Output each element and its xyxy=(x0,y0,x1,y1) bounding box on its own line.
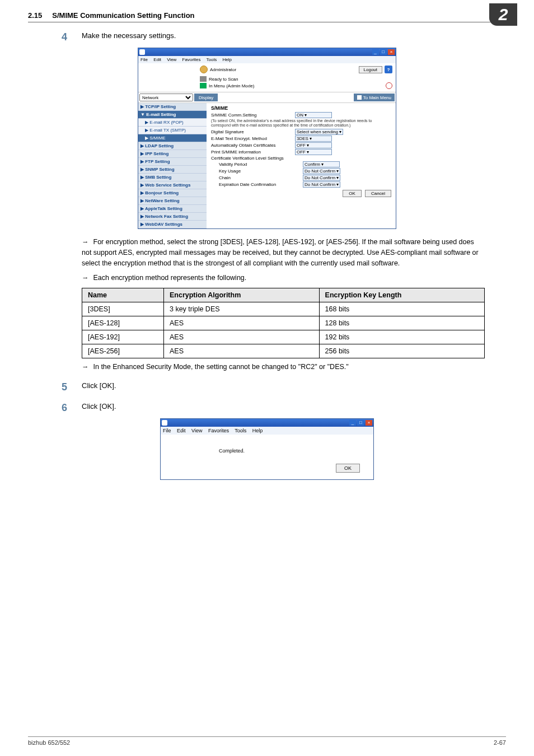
field-select[interactable]: OFF ▾ xyxy=(295,142,332,148)
table-row: [AES-256]AES256 bits xyxy=(82,344,485,358)
menu-view[interactable]: View xyxy=(191,428,202,433)
sidebar-item[interactable]: ▶ FTP Setting xyxy=(138,158,207,166)
menu-edit[interactable]: Edit xyxy=(177,428,186,433)
table-cell: 128 bits xyxy=(319,316,484,330)
sidebar-item[interactable]: ▶ AppleTalk Setting xyxy=(138,205,207,213)
step-number: 5 xyxy=(62,381,82,393)
field-label: Key Usage xyxy=(211,169,303,174)
table-cell: 256 bits xyxy=(319,344,484,358)
status-area: Ready to Scan In Menu (Admin Mode) xyxy=(138,76,396,92)
minimize-icon[interactable]: _ xyxy=(349,420,356,426)
menu-help[interactable]: Help xyxy=(252,428,263,433)
table-cell: [AES-192] xyxy=(82,330,164,344)
table-cell: AES xyxy=(163,330,319,344)
field-select[interactable]: Select when sending ▾ xyxy=(295,129,343,135)
menu-tools[interactable]: Tools xyxy=(207,57,217,62)
field-select[interactable]: Do Not Confirm ▾ xyxy=(303,168,340,174)
step-text: Click [OK]. xyxy=(82,402,506,414)
page-footer: bizhub 652/552 2-67 xyxy=(28,736,506,746)
field-label: Certificate Verification Level Settings xyxy=(211,156,295,161)
section-header: 2.15 S/MIME Communication Setting Functi… xyxy=(28,11,506,22)
sidebar-item[interactable]: ▶ S/MIME xyxy=(138,134,207,142)
table-cell: [3DES] xyxy=(82,302,164,316)
sidebar-item[interactable]: ▶ TCP/IP Setting xyxy=(138,103,207,111)
menu-help[interactable]: Help xyxy=(223,57,232,62)
help-icon[interactable]: ? xyxy=(385,66,392,73)
sidebar-item[interactable]: ▶ SNMP Setting xyxy=(138,166,207,174)
field-select[interactable]: ON ▾ xyxy=(295,112,332,118)
section-title: S/MIME Communication Setting Function xyxy=(52,11,194,20)
menu-tools[interactable]: Tools xyxy=(235,428,246,433)
table-cell: AES xyxy=(163,344,319,358)
logout-button[interactable]: Logout xyxy=(359,66,382,73)
content-panel: S/MIME S/MIME Comm.SettingON ▾(To select… xyxy=(207,103,396,228)
titlebar: _ □ × xyxy=(161,419,373,427)
minimize-icon[interactable]: _ xyxy=(372,49,379,55)
sidebar: ▶ TCP/IP Setting▼ E-mail Setting▶ E-mail… xyxy=(138,103,207,228)
menu-view[interactable]: View xyxy=(167,57,176,62)
display-button[interactable]: Display xyxy=(194,94,218,101)
ok-button[interactable]: OK xyxy=(343,190,362,197)
field-select[interactable]: Confirm ▾ xyxy=(303,161,340,167)
field-row: S/MIME Comm.SettingON ▾ xyxy=(211,112,391,118)
field-label: E-Mail Text Encrypt. Method xyxy=(211,136,295,141)
table-cell: 192 bits xyxy=(319,330,484,344)
close-icon[interactable]: × xyxy=(366,420,372,426)
app-icon xyxy=(139,49,145,55)
sidebar-item[interactable]: ▶ E-mail TX (SMTP) xyxy=(138,127,207,134)
completed-window: _ □ × File Edit View Favorites Tools Hel… xyxy=(160,418,374,480)
ok-button[interactable]: OK xyxy=(336,464,360,473)
step-4: 4 Make the necessary settings. xyxy=(62,31,506,43)
field-select[interactable]: Do Not Confirm ▾ xyxy=(303,175,340,181)
maximize-icon[interactable]: □ xyxy=(357,420,364,426)
bullet-arrow-icon xyxy=(82,238,93,246)
step-5: 5 Click [OK]. xyxy=(62,381,506,393)
menu-edit[interactable]: Edit xyxy=(153,57,161,62)
bullet-arrow-icon xyxy=(82,274,93,282)
menu-favorites[interactable]: Favorites xyxy=(208,428,229,433)
field-select[interactable]: 3DES ▾ xyxy=(295,136,332,142)
encryption-table: Name Encryption Algorithm Encryption Key… xyxy=(82,288,485,358)
refresh-icon[interactable] xyxy=(386,82,392,89)
sidebar-item[interactable]: ▶ NetWare Setting xyxy=(138,197,207,205)
maximize-icon[interactable]: □ xyxy=(380,49,387,55)
panel-heading: S/MIME xyxy=(211,105,391,111)
field-select[interactable]: OFF ▾ xyxy=(295,149,332,155)
section-select[interactable]: Network xyxy=(139,94,193,101)
printer-icon xyxy=(200,76,207,82)
status-ready: Ready to Scan xyxy=(209,77,238,82)
completed-text: Completed. xyxy=(219,448,360,454)
field-select[interactable]: Do Not Confirm ▾ xyxy=(303,181,340,188)
bullet-arrow-icon xyxy=(82,363,93,371)
table-cell: 3 key triple DES xyxy=(163,302,319,316)
step-6: 6 Click [OK]. xyxy=(62,402,506,414)
sidebar-item[interactable]: ▶ Network Fax Setting xyxy=(138,213,207,221)
sidebar-item[interactable]: ▼ E-mail Setting xyxy=(138,111,207,119)
table-row: [3DES]3 key triple DES168 bits xyxy=(82,302,485,316)
sidebar-item[interactable]: ▶ E-mail RX (POP) xyxy=(138,119,207,127)
sidebar-item[interactable]: ▶ SMB Setting xyxy=(138,174,207,181)
to-main-menu-button[interactable]: To Main Menu xyxy=(354,94,395,101)
sidebar-item[interactable]: ▶ WebDAV Settings xyxy=(138,221,207,228)
cancel-button[interactable]: Cancel xyxy=(365,190,391,197)
table-row: [AES-128]AES128 bits xyxy=(82,316,485,330)
window-buttons: _ □ × xyxy=(372,49,395,55)
settings-window: _ □ × File Edit View Favorites Tools Hel… xyxy=(138,48,396,229)
nav-row: Network Display To Main Menu xyxy=(138,92,396,103)
menu-file[interactable]: File xyxy=(140,57,148,62)
close-icon[interactable]: × xyxy=(388,49,395,55)
step-number: 4 xyxy=(62,31,82,43)
menu-favorites[interactable]: Favorites xyxy=(182,57,201,62)
step-text: Make the necessary settings. xyxy=(82,31,506,43)
sidebar-item[interactable]: ▶ IPP Setting xyxy=(138,150,207,158)
field-label: Automatically Obtain Certificates xyxy=(211,143,295,148)
note-text: (To select ON, the administrator's e-mai… xyxy=(211,119,391,127)
sidebar-item[interactable]: ▶ Bonjour Setting xyxy=(138,189,207,197)
field-label: S/MIME Comm.Setting xyxy=(211,113,295,118)
menu-file[interactable]: File xyxy=(163,428,171,433)
field-row: Validity PeriodConfirm ▾ xyxy=(211,161,391,167)
sidebar-item[interactable]: ▶ Web Service Settings xyxy=(138,181,207,189)
sidebar-item[interactable]: ▶ LDAP Setting xyxy=(138,142,207,150)
footer-page: 2-67 xyxy=(494,739,506,746)
administrator-label: Administrator xyxy=(210,67,236,72)
